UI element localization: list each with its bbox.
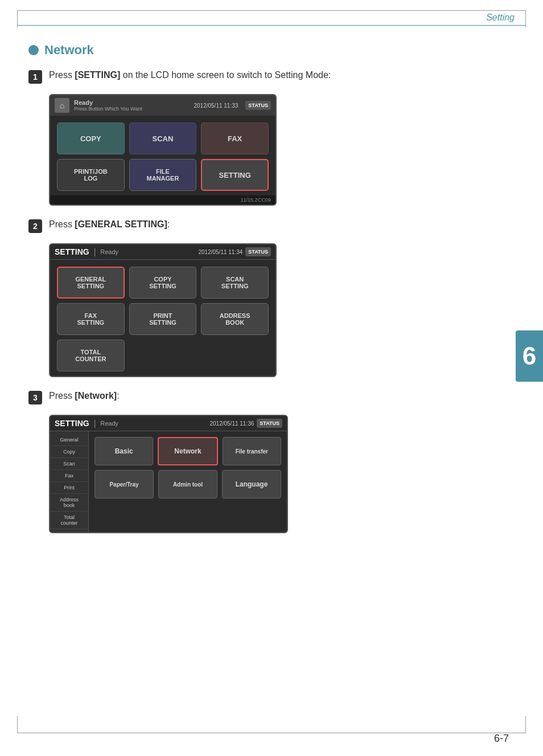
- section-title: Network: [44, 43, 94, 58]
- page-header: Setting: [486, 13, 515, 23]
- screen3-network-btn[interactable]: Network: [158, 437, 217, 465]
- page-border-left-bottom: [17, 716, 18, 733]
- screen2-fax-btn[interactable]: FAXSETTING: [57, 303, 125, 335]
- screen1-ready: Ready: [74, 99, 189, 106]
- screen3-row1: Basic Network File transfer: [94, 437, 281, 465]
- screen3-admintool-btn[interactable]: Admin tool: [158, 470, 217, 498]
- screen3-lcd: SETTING | Ready 2012/05/11 11:36 STATUS …: [49, 415, 288, 533]
- screen2-lcd: SETTING | Ready 2012/05/11 11:34 STATUS …: [49, 243, 277, 377]
- screen1-footer: 11/15.ZCC09: [50, 195, 275, 205]
- screen3-row2: Paper/Tray Admin tool Language: [94, 470, 281, 498]
- main-content: Network 1 Press [SETTING] on the LCD hom…: [28, 31, 509, 546]
- screen1-container: ⌂ Ready Press Button Which You Want 2012…: [49, 94, 277, 206]
- screen1-time: 2012/05/11 11:33: [194, 103, 238, 109]
- screen1-lcd: ⌂ Ready Press Button Which You Want 2012…: [49, 94, 277, 206]
- screen3-sidebar: General Copy Scan Fax Print Addressbook …: [50, 431, 89, 532]
- screen3-main: Basic Network File transfer Paper/Tray A…: [89, 431, 287, 532]
- screen2-copy-btn[interactable]: COPYSETTING: [129, 267, 197, 299]
- step-1: 1 Press [SETTING] on the LCD home screen…: [28, 69, 509, 84]
- screen3-language-btn[interactable]: Language: [222, 470, 281, 498]
- screen2-time: 2012/05/11 11:34: [198, 249, 242, 255]
- sidebar-general[interactable]: General: [50, 434, 88, 446]
- sidebar-print[interactable]: Print: [50, 482, 88, 494]
- screen3-header: SETTING | Ready 2012/05/11 11:36 STATUS: [50, 416, 287, 431]
- screen2-status-btn[interactable]: STATUS: [245, 247, 271, 256]
- screen1-file-btn[interactable]: FILEMANAGER: [129, 159, 197, 191]
- screen2-scan-btn[interactable]: SCANSETTING: [201, 267, 269, 299]
- screen3-title: SETTING: [55, 419, 89, 428]
- step-1-keyword: [SETTING]: [75, 70, 120, 80]
- step-3: 3 Press [Network]:: [28, 390, 509, 404]
- page-border-top: [17, 10, 526, 11]
- screen1-scan-btn[interactable]: SCAN: [129, 122, 197, 154]
- page-border-right-bottom: [525, 716, 526, 733]
- screen1-buttons: COPY SCAN FAX PRINT/JOBLOG FILEMANAGER S…: [50, 116, 275, 195]
- sidebar-copy[interactable]: Copy: [50, 446, 88, 458]
- screen2-buttons: GENERALSETTING COPYSETTING SCANSETTING F…: [50, 260, 275, 376]
- sidebar-fax[interactable]: Fax: [50, 470, 88, 482]
- screen2-header: SETTING | Ready 2012/05/11 11:34 STATUS: [50, 244, 275, 260]
- sidebar-total[interactable]: Totalcounter: [50, 512, 88, 529]
- screen1-fax-btn[interactable]: FAX: [201, 122, 269, 154]
- screen3-filetransfer-btn[interactable]: File transfer: [223, 437, 281, 465]
- screen1-status-area: Ready Press Button Which You Want: [74, 99, 189, 112]
- screen3-ready: Ready: [100, 420, 118, 427]
- screen1-printjob-btn[interactable]: PRINT/JOBLOG: [57, 159, 125, 191]
- screen3-status-btn[interactable]: STATUS: [257, 419, 282, 428]
- header-line: [17, 25, 526, 26]
- step-2-badge: 2: [28, 219, 42, 233]
- screen1-subtext: Press Button Which You Want: [74, 106, 189, 112]
- page-footer: 6-7: [494, 733, 509, 745]
- screen2-general-btn[interactable]: GENERALSETTING: [57, 267, 125, 299]
- section-heading: Network: [28, 43, 509, 58]
- screen1-setting-btn[interactable]: SETTING: [201, 159, 269, 191]
- step-3-keyword: [Network]: [75, 391, 117, 401]
- screen2-address-btn[interactable]: ADDRESSBOOK: [201, 303, 269, 335]
- screen3-container: SETTING | Ready 2012/05/11 11:36 STATUS …: [49, 415, 288, 533]
- screen1-header: ⌂ Ready Press Button Which You Want 2012…: [50, 95, 275, 116]
- sidebar-address[interactable]: Addressbook: [50, 494, 88, 512]
- step-1-badge: 1: [28, 70, 42, 84]
- screen2-sep: |: [94, 247, 96, 256]
- screen1-copy-btn[interactable]: COPY: [57, 122, 125, 154]
- section-dot-icon: [28, 45, 39, 55]
- screen2-print-btn[interactable]: PRINTSETTING: [129, 303, 197, 335]
- screen2-title: SETTING: [55, 247, 89, 256]
- screen2-container: SETTING | Ready 2012/05/11 11:34 STATUS …: [49, 243, 277, 377]
- page-border-bottom: [17, 733, 526, 733]
- chapter-tab: 6: [516, 330, 543, 382]
- screen3-sep: |: [94, 419, 96, 428]
- step-1-text: Press [SETTING] on the LCD home screen t…: [49, 69, 331, 81]
- screen3-body: General Copy Scan Fax Print Addressbook …: [50, 431, 287, 532]
- sidebar-scan[interactable]: Scan: [50, 458, 88, 470]
- screen1-status-btn[interactable]: STATUS: [245, 101, 271, 110]
- step-2-keyword: [GENERAL SETTING]: [75, 219, 167, 229]
- step-3-badge: 3: [28, 391, 42, 404]
- screen3-papertray-btn[interactable]: Paper/Tray: [94, 470, 154, 498]
- step-3-text: Press [Network]:: [49, 390, 120, 402]
- home-icon: ⌂: [55, 98, 69, 113]
- screen2-ready: Ready: [100, 248, 118, 255]
- screen2-total-btn[interactable]: TOTALCOUNTER: [57, 340, 125, 371]
- step-2-text: Press [GENERAL SETTING]:: [49, 218, 170, 231]
- step-2: 2 Press [GENERAL SETTING]:: [28, 218, 509, 233]
- screen3-basic-btn[interactable]: Basic: [94, 437, 153, 465]
- screen3-time: 2012/05/11 11:36: [209, 420, 254, 427]
